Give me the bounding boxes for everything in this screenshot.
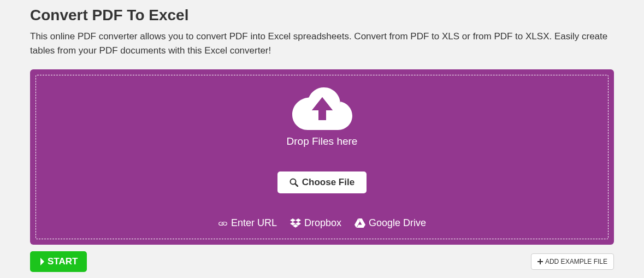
dropbox-label: Dropbox	[304, 217, 341, 229]
google-drive-icon	[355, 218, 365, 228]
upload-dropzone[interactable]: Drop Files here Choose File Enter URL	[36, 75, 608, 239]
choose-file-label: Choose File	[302, 177, 355, 188]
svg-line-1	[295, 184, 298, 187]
choose-file-button[interactable]: Choose File	[277, 171, 367, 193]
action-row: START ADD EXAMPLE FILE	[30, 251, 614, 272]
link-icon	[218, 218, 228, 228]
start-label: START	[48, 256, 78, 267]
google-drive-link[interactable]: Google Drive	[355, 217, 426, 229]
upload-panel: Drop Files here Choose File Enter URL	[30, 69, 614, 245]
start-button[interactable]: START	[30, 251, 87, 272]
page-description: This online PDF converter allows you to …	[30, 29, 614, 57]
enter-url-link[interactable]: Enter URL	[218, 217, 277, 229]
cloud-upload-icon	[292, 87, 352, 130]
plus-icon	[537, 259, 543, 264]
drop-files-text: Drop Files here	[47, 135, 597, 147]
dropbox-link[interactable]: Dropbox	[290, 217, 341, 229]
main-container: Convert PDF To Excel This online PDF con…	[0, 7, 644, 272]
source-links: Enter URL Dropbox Google Drive	[47, 217, 597, 229]
chevron-right-icon	[39, 258, 45, 265]
add-example-label: ADD EXAMPLE FILE	[545, 258, 607, 265]
google-drive-label: Google Drive	[369, 217, 426, 229]
dropbox-icon	[290, 218, 301, 228]
enter-url-label: Enter URL	[231, 217, 277, 229]
search-icon	[289, 178, 298, 187]
add-example-file-button[interactable]: ADD EXAMPLE FILE	[531, 253, 614, 270]
page-title: Convert PDF To Excel	[30, 7, 614, 24]
